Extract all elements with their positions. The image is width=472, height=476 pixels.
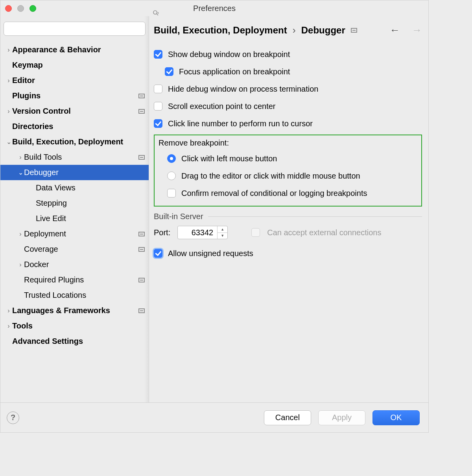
breadcrumb-parent[interactable]: Build, Execution, Deployment	[154, 25, 287, 36]
label-hide-on-termination: Hide debug window on process termination	[168, 85, 318, 94]
label-scroll-center: Scroll execution point to center	[168, 102, 276, 111]
tree-item-label: Directories	[12, 122, 145, 131]
window-title: Preferences	[0, 4, 428, 13]
label-click-line-run: Click line number to perform run to curs…	[168, 119, 313, 128]
config-scope-icon	[138, 247, 145, 252]
checkbox-click-line-run[interactable]	[154, 119, 162, 128]
tree-item[interactable]: Trusted Locations	[0, 288, 149, 303]
label-remove-breakpoint: Remove breakpoint:	[157, 138, 419, 150]
config-scope-icon	[138, 308, 145, 313]
label-allow-unsigned: Allow unsigned requests	[168, 249, 253, 258]
tree-item[interactable]: Required Plugins	[0, 272, 149, 288]
checkbox-focus-application[interactable]	[165, 67, 173, 76]
label-show-debug-window: Show debug window on breakpoint	[168, 50, 290, 59]
tree-item[interactable]: Directories	[0, 119, 149, 134]
checkbox-hide-on-termination[interactable]	[154, 85, 162, 93]
chevron-right-icon[interactable]: ›	[5, 108, 12, 115]
tree-item[interactable]: Plugins	[0, 88, 149, 103]
tree-item[interactable]: ⌄Debugger	[0, 165, 149, 180]
tree-item[interactable]: Advanced Settings	[0, 334, 149, 349]
port-spinner[interactable]: ▲ ▼	[177, 226, 228, 239]
section-divider	[208, 216, 422, 217]
tree-item-label: Live Edit	[36, 214, 145, 223]
tree-item[interactable]: Stepping	[0, 196, 149, 211]
chevron-right-icon[interactable]: ›	[5, 307, 12, 314]
chevron-right-icon[interactable]: ›	[5, 77, 12, 84]
label-radio-drag-middle: Drag to the editor or click with middle …	[181, 172, 360, 181]
tree-item[interactable]: ›Version Control	[0, 103, 149, 119]
chevron-right-icon[interactable]: ›	[17, 154, 24, 161]
tree-item-label: Build Tools	[24, 153, 138, 162]
sidebar: ›Appearance & BehaviorKeymap›EditorPlugi…	[0, 16, 149, 402]
tree-item-label: Editor	[12, 76, 145, 85]
label-focus-application: Focus application on breakpoint	[179, 67, 290, 76]
label-confirm-removal: Confirm removal of conditional or loggin…	[181, 189, 367, 198]
tree-item[interactable]: ›Tools	[0, 318, 149, 334]
config-scope-icon	[138, 232, 145, 236]
tree-item[interactable]: ⌄Build, Execution, Deployment	[0, 134, 149, 149]
tree-item[interactable]: ›Build Tools	[0, 149, 149, 165]
checkbox-confirm-removal[interactable]	[167, 189, 176, 197]
label-port: Port:	[154, 228, 170, 237]
radio-drag-middle[interactable]	[167, 172, 176, 180]
checkbox-allow-unsigned[interactable]	[154, 249, 162, 258]
settings-content: Build, Execution, Deployment › Debugger …	[149, 16, 428, 402]
cancel-button[interactable]: Cancel	[264, 410, 311, 425]
chevron-right-icon[interactable]: ›	[17, 231, 24, 238]
tree-item[interactable]: Keymap	[0, 57, 149, 73]
radio-left-click[interactable]	[167, 154, 176, 163]
tree-item-label: Required Plugins	[24, 275, 138, 284]
chevron-right-icon[interactable]: ›	[5, 323, 12, 330]
apply-button: Apply	[318, 410, 365, 425]
tree-item[interactable]: ›Deployment	[0, 226, 149, 242]
config-scope-icon	[138, 109, 145, 114]
tree-item-label: Build, Execution, Deployment	[12, 137, 145, 146]
label-accept-external: Can accept external connections	[267, 228, 381, 237]
breadcrumb: Build, Execution, Deployment › Debugger	[154, 25, 345, 36]
search-input[interactable]	[4, 22, 146, 36]
remove-breakpoint-highlight: Remove breakpoint: Click with left mouse…	[154, 135, 422, 207]
checkbox-scroll-center[interactable]	[154, 102, 162, 111]
breadcrumb-current: Debugger	[301, 25, 345, 36]
tree-item[interactable]: ›Docker	[0, 257, 149, 272]
tree-item-label: Trusted Locations	[24, 291, 145, 300]
tree-item[interactable]: Data Views	[0, 180, 149, 196]
tree-item-label: Stepping	[36, 199, 145, 208]
chevron-right-icon[interactable]: ›	[5, 46, 12, 54]
tree-item-label: Tools	[12, 321, 145, 330]
tree-item-label: Docker	[24, 260, 145, 269]
tree-item[interactable]: Live Edit	[0, 211, 149, 226]
checkbox-show-debug-window[interactable]	[154, 50, 162, 59]
tree-item-label: Version Control	[12, 107, 138, 116]
port-step-up[interactable]: ▲	[218, 226, 227, 232]
config-scope-icon	[138, 94, 145, 98]
config-scope-icon	[351, 28, 357, 33]
titlebar: Preferences	[0, 0, 428, 16]
chevron-down-icon[interactable]: ⌄	[5, 138, 12, 146]
port-input[interactable]	[178, 226, 217, 239]
checkbox-accept-external	[251, 228, 260, 237]
settings-tree: ›Appearance & BehaviorKeymap›EditorPlugi…	[0, 39, 149, 402]
tree-item[interactable]: ›Editor	[0, 73, 149, 88]
nav-forward-button: →	[412, 24, 422, 36]
label-radio-left-click: Click with left mouse button	[181, 154, 277, 163]
tree-item-label: Plugins	[12, 91, 138, 100]
tree-item-label: Appearance & Behavior	[12, 45, 145, 54]
label-builtin-server: Built-in Server	[154, 212, 203, 221]
tree-item-label: Advanced Settings	[12, 337, 145, 346]
port-step-down[interactable]: ▼	[218, 232, 227, 239]
chevron-down-icon[interactable]: ⌄	[17, 169, 24, 176]
tree-item-label: Languages & Frameworks	[12, 306, 138, 315]
tree-item-label: Debugger	[24, 168, 145, 177]
tree-item[interactable]: Coverage	[0, 242, 149, 257]
config-scope-icon	[138, 278, 145, 282]
ok-button[interactable]: OK	[372, 410, 420, 425]
chevron-right-icon[interactable]: ›	[17, 261, 24, 268]
help-button[interactable]: ?	[7, 411, 19, 424]
tree-item-label: Deployment	[24, 229, 138, 238]
tree-item[interactable]: ›Languages & Frameworks	[0, 303, 149, 318]
nav-back-button[interactable]: ←	[390, 24, 400, 36]
chevron-right-icon: ›	[293, 25, 296, 36]
tree-item-label: Coverage	[24, 245, 138, 254]
tree-item[interactable]: ›Appearance & Behavior	[0, 42, 149, 57]
